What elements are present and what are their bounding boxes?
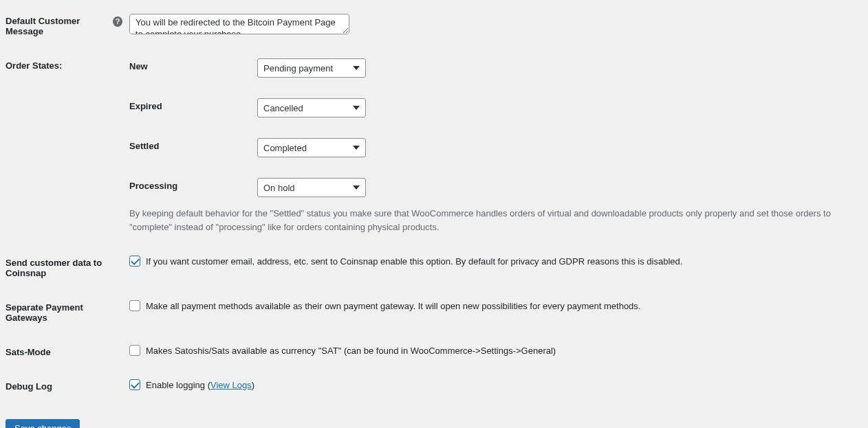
separate-gateways-checkbox[interactable] — [129, 300, 140, 311]
order-states-description: By keeping default behavior for the "Set… — [129, 207, 845, 234]
debug-log-text: Enable logging (View Logs) — [146, 380, 254, 390]
default-customer-message-textarea[interactable] — [129, 14, 349, 34]
order-states-label: Order States: — [6, 60, 62, 71]
order-state-processing-select[interactable]: On hold — [257, 178, 366, 197]
send-customer-data-checkbox[interactable] — [129, 256, 140, 267]
default-customer-message-heading: Default Customer Message ? — [6, 5, 129, 50]
debug-log-heading: Debug Log — [6, 371, 129, 405]
order-states-heading: Order States: — [6, 50, 129, 247]
help-icon[interactable]: ? — [113, 16, 122, 27]
debug-log-checkbox[interactable] — [129, 379, 140, 390]
order-state-settled-label: Settled — [129, 138, 257, 151]
debug-log-label: Debug Log — [6, 381, 52, 392]
send-customer-data-heading: Send customer data to Coinsnap — [6, 247, 129, 292]
sats-mode-label: Sats-Mode — [6, 347, 51, 357]
order-state-settled-select[interactable]: Completed — [257, 138, 366, 157]
order-state-new-select[interactable]: Pending payment — [257, 58, 366, 78]
send-customer-data-label: Send customer data to Coinsnap — [6, 258, 102, 278]
separate-gateways-text: Make all payment methods available as th… — [146, 301, 640, 311]
separate-gateways-heading: Separate Payment Gateways — [6, 292, 129, 337]
view-logs-link[interactable]: View Logs — [210, 380, 252, 390]
order-state-new-label: New — [129, 58, 257, 71]
default-customer-message-label: Default Customer Message — [6, 16, 109, 36]
save-changes-button[interactable]: Save changes — [6, 419, 80, 428]
sats-mode-checkbox[interactable] — [129, 345, 140, 356]
separate-gateways-label: Separate Payment Gateways — [6, 302, 83, 323]
order-state-expired-label: Expired — [129, 98, 257, 111]
order-state-expired-select[interactable]: Cancelled — [257, 98, 366, 117]
send-customer-data-text: If you want customer email, address, etc… — [146, 256, 682, 267]
order-state-processing-label: Processing — [129, 178, 257, 191]
sats-mode-heading: Sats-Mode — [6, 337, 129, 371]
sats-mode-text: Makes Satoshis/Sats available as currenc… — [146, 346, 556, 356]
